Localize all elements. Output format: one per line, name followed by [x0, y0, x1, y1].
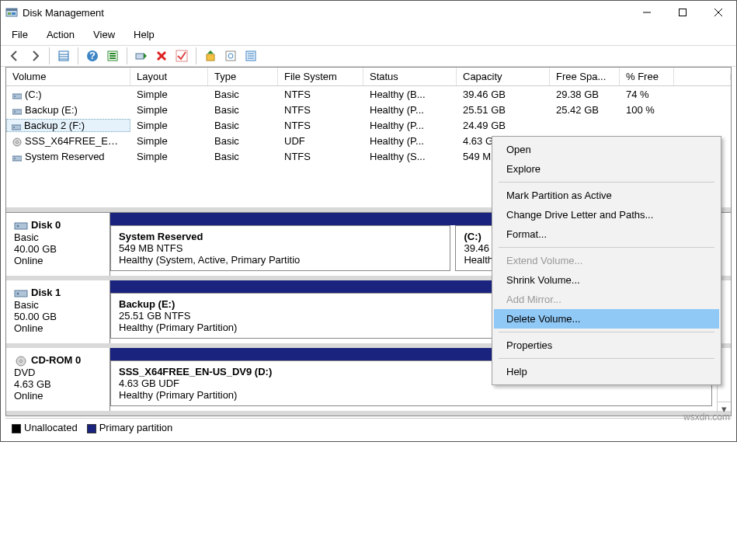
legend-unallocated: Unallocated — [12, 422, 78, 433]
window-buttons — [629, 1, 736, 24]
ctx-help[interactable]: Help — [494, 362, 719, 381]
volume-name: System Reserved — [25, 151, 105, 162]
disk-label[interactable]: CD-ROM 0 DVD4.63 GBOnline — [6, 348, 110, 411]
drive-icon — [12, 153, 22, 161]
svg-rect-16 — [110, 55, 116, 57]
disk-label[interactable]: Disk 1 Basic50.00 GBOnline — [6, 280, 110, 343]
refresh-icon[interactable] — [103, 47, 122, 65]
disk-icon — [14, 356, 28, 367]
drive-icon — [12, 106, 22, 114]
window: Disk Management File Action View Help ? — [0, 0, 737, 442]
menu-view[interactable]: View — [85, 26, 123, 43]
svg-point-32 — [13, 127, 15, 128]
close-button[interactable] — [700, 1, 736, 24]
titlebar: Disk Management — [1, 1, 736, 24]
col-volume[interactable]: Volume — [6, 68, 130, 85]
action-icon[interactable] — [132, 47, 151, 65]
drive-icon — [12, 137, 22, 145]
ctx-properties[interactable]: Properties — [494, 336, 719, 355]
legend-primary: Primary partition — [87, 422, 173, 433]
volume-name: (C:) — [25, 89, 42, 100]
properties-icon[interactable] — [54, 47, 73, 65]
svg-rect-39 — [15, 290, 27, 297]
ctx-add-mirror: Add Mirror... — [494, 290, 719, 309]
drive-icon — [12, 122, 21, 130]
ctx-extend-volume: Extend Volume... — [494, 251, 719, 270]
svg-rect-1 — [6, 9, 17, 11]
svg-rect-5 — [680, 9, 687, 16]
volume-name: Backup (E:) — [25, 104, 78, 116]
svg-point-36 — [14, 158, 16, 159]
svg-rect-31 — [12, 125, 21, 130]
volume-name: Backup 2 (F:) — [24, 120, 85, 131]
menu-action[interactable]: Action — [39, 26, 82, 43]
back-button[interactable] — [5, 47, 24, 65]
svg-rect-35 — [12, 156, 22, 161]
svg-rect-17 — [110, 57, 116, 59]
ctx-format[interactable]: Format... — [494, 224, 719, 244]
help-icon[interactable]: ? — [83, 47, 102, 65]
volume-row[interactable]: (C:)SimpleBasicNTFSHealthy (B...39.46 GB… — [6, 86, 731, 102]
svg-rect-20 — [207, 54, 214, 61]
svg-rect-2 — [8, 12, 11, 15]
legend: Unallocated Primary partition — [5, 418, 732, 437]
volume-row[interactable]: Backup 2 (F:)SimpleBasicNTFSHealthy (P..… — [6, 117, 731, 133]
menubar: File Action View Help — [1, 24, 736, 45]
col-freespace[interactable]: Free Spa... — [550, 68, 620, 85]
svg-point-38 — [17, 224, 19, 227]
volume-list-header: Volume Layout Type File System Status Ca… — [6, 68, 731, 86]
menu-help[interactable]: Help — [126, 26, 162, 43]
list-icon[interactable] — [242, 47, 260, 65]
svg-rect-18 — [136, 54, 144, 59]
svg-point-40 — [17, 292, 19, 294]
toolbar: ? — [1, 45, 736, 67]
ctx-mark-partition-as-active[interactable]: Mark Partition as Active — [494, 186, 719, 205]
volume-name: SSS_X64FREE_EN-... — [25, 135, 127, 147]
ctx-open[interactable]: Open — [494, 140, 719, 159]
svg-rect-3 — [12, 12, 16, 15]
delete-icon[interactable] — [152, 47, 171, 65]
disk-icon — [14, 221, 28, 231]
menu-file[interactable]: File — [4, 26, 36, 43]
svg-point-28 — [14, 96, 16, 97]
context-menu: OpenExploreMark Partition as ActiveChang… — [492, 136, 721, 385]
ctx-shrink-volume[interactable]: Shrink Volume... — [494, 270, 719, 290]
col-type[interactable]: Type — [208, 68, 278, 85]
svg-text:?: ? — [89, 50, 96, 61]
watermark: wsxdn.com — [683, 412, 730, 423]
col-capacity[interactable]: Capacity — [457, 68, 550, 85]
disk-label[interactable]: Disk 0 Basic40.00 GBOnline — [6, 213, 110, 276]
drive-icon — [12, 91, 22, 99]
ctx-delete-volume[interactable]: Delete Volume... — [494, 309, 719, 329]
svg-point-30 — [14, 111, 16, 113]
app-icon — [5, 6, 18, 19]
partition[interactable]: System Reserved549 MB NTFSHealthy (Syste… — [110, 225, 450, 271]
svg-point-34 — [16, 141, 19, 144]
ctx-explore[interactable]: Explore — [494, 159, 719, 179]
svg-rect-15 — [110, 53, 116, 54]
minimize-button[interactable] — [629, 1, 665, 24]
col-layout[interactable]: Layout — [130, 68, 208, 85]
col-filesystem[interactable]: File System — [278, 68, 363, 85]
svg-rect-29 — [12, 110, 22, 114]
svg-point-42 — [20, 360, 23, 362]
up-icon[interactable] — [201, 47, 220, 65]
col-pctfree[interactable]: % Free — [620, 68, 674, 85]
col-status[interactable]: Status — [363, 68, 457, 85]
maximize-button[interactable] — [665, 1, 700, 24]
volume-row[interactable]: Backup (E:)SimpleBasicNTFSHealthy (P...2… — [6, 102, 731, 117]
svg-rect-37 — [15, 223, 27, 229]
check-icon[interactable] — [172, 47, 191, 65]
svg-rect-27 — [12, 94, 22, 99]
ctx-change-drive-letter-and-paths[interactable]: Change Drive Letter and Paths... — [494, 205, 719, 224]
settings-icon[interactable] — [221, 47, 240, 65]
svg-rect-21 — [226, 51, 235, 61]
disk-icon — [14, 288, 28, 299]
window-title: Disk Management — [23, 7, 629, 19]
forward-button[interactable] — [26, 47, 44, 65]
